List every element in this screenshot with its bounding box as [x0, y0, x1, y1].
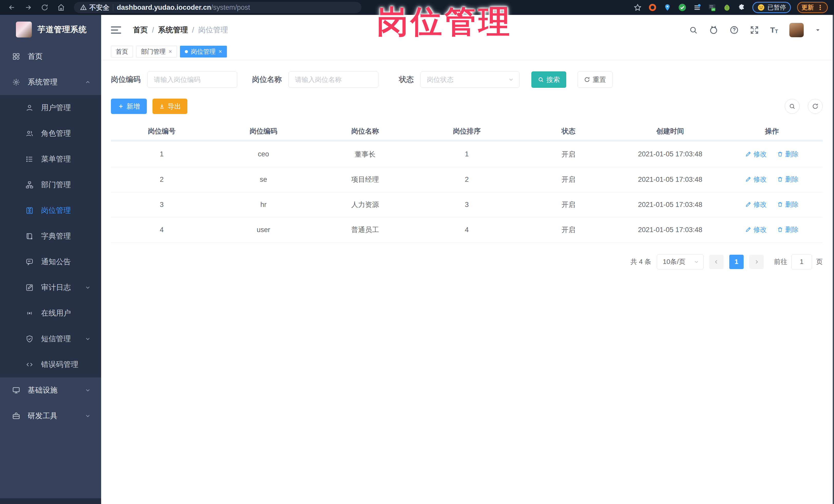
- sidebar-item-12[interactable]: 错误码管理: [0, 352, 101, 377]
- url-text: dashboard.yudao.iocoder.cn/system/post: [117, 4, 250, 12]
- hamburger-icon[interactable]: [111, 26, 121, 34]
- edit-link[interactable]: 修改: [745, 175, 767, 184]
- search-button[interactable]: 搜索: [531, 71, 566, 88]
- sidebar-item-9[interactable]: 审计日志: [0, 275, 101, 300]
- sidebar-item-11[interactable]: 短信管理: [0, 326, 101, 352]
- add-button[interactable]: 新增: [111, 98, 147, 114]
- menu-dots-icon[interactable]: ⋮: [817, 4, 824, 12]
- delete-link[interactable]: 删除: [777, 200, 798, 209]
- status-select-placeholder: 岗位状态: [427, 75, 454, 84]
- prev-page-button[interactable]: [709, 255, 724, 269]
- sidebar-item-4[interactable]: 菜单管理: [0, 146, 101, 172]
- back-icon[interactable]: [5, 2, 19, 13]
- github-icon[interactable]: [709, 25, 718, 35]
- edit-link-label: 修改: [753, 150, 767, 159]
- search-icon[interactable]: [689, 26, 698, 35]
- sidebar-item-14[interactable]: 研发工具: [0, 403, 101, 429]
- sidebar-item-5[interactable]: 部门管理: [0, 172, 101, 198]
- breadcrumb-home[interactable]: 首页: [133, 25, 148, 35]
- close-icon[interactable]: ×: [219, 49, 222, 54]
- delete-link[interactable]: 删除: [777, 225, 798, 234]
- sidebar-footer-strip: [0, 498, 101, 504]
- app-logo-row[interactable]: 芋道管理系统: [0, 15, 101, 44]
- reload-icon[interactable]: [38, 2, 52, 13]
- extension-blue-pin-icon[interactable]: [663, 3, 672, 12]
- next-page-button[interactable]: [749, 255, 764, 269]
- page-size-select[interactable]: 10条/页: [657, 255, 704, 269]
- column-header: 岗位编码: [213, 123, 314, 140]
- chevron-right-icon: [753, 259, 760, 265]
- extension-cm-badge-icon[interactable]: cm: [708, 3, 717, 12]
- delete-link-label: 删除: [785, 225, 798, 234]
- tab-0[interactable]: 首页: [111, 46, 133, 58]
- current-page-button[interactable]: 1: [729, 255, 744, 269]
- chat-icon: [25, 258, 35, 266]
- cell-code: user: [213, 217, 314, 242]
- table-toolbar: 新增 导出: [111, 98, 823, 114]
- breadcrumb-system[interactable]: 系统管理: [158, 25, 188, 35]
- reset-button[interactable]: 重置: [577, 71, 613, 88]
- post-code-input[interactable]: [147, 71, 237, 88]
- status-select[interactable]: 岗位状态: [420, 71, 520, 88]
- sidebar-item-1[interactable]: 系统管理: [0, 69, 101, 95]
- cell-code: ceo: [213, 142, 314, 167]
- app-logo-avatar: [16, 22, 32, 38]
- help-icon[interactable]: [729, 25, 739, 35]
- cell-created: 2021-01-05 17:03:48: [619, 192, 721, 217]
- table-header-row: 岗位编号岗位编码岗位名称岗位排序状态创建时间操作: [111, 123, 823, 140]
- font-size-icon[interactable]: TT: [770, 26, 778, 34]
- table-row: 1ceo董事长1开启2021-01-05 17:03:48修改删除: [111, 142, 823, 167]
- post-name-input[interactable]: [288, 71, 378, 88]
- tab-1[interactable]: 部门管理×: [136, 46, 177, 58]
- edit-link-label: 修改: [753, 200, 767, 209]
- extension-orange-ring-icon[interactable]: [648, 3, 657, 12]
- extension-sliders-icon[interactable]: [693, 3, 702, 12]
- cell-sort: 3: [416, 192, 518, 217]
- role-icon: [25, 129, 35, 138]
- not-secure-warning[interactable]: 不安全: [80, 3, 109, 12]
- app-title: 芋道管理系统: [38, 24, 87, 35]
- sidebar-item-active-6[interactable]: 岗位管理: [0, 198, 101, 223]
- table-row: 2se项目经理2开启2021-01-05 17:03:48修改删除: [111, 167, 823, 192]
- delete-link[interactable]: 删除: [777, 175, 798, 184]
- toggle-search-button[interactable]: [785, 99, 799, 114]
- tags-view-bar: 首页部门管理×岗位管理×: [101, 45, 834, 60]
- close-icon[interactable]: ×: [169, 49, 172, 54]
- tab-2-active[interactable]: 岗位管理×: [180, 46, 227, 58]
- extensions-puzzle-icon[interactable]: [738, 3, 746, 12]
- browser-update-button[interactable]: 更新 ⋮: [797, 2, 828, 13]
- edit-link[interactable]: 修改: [745, 150, 767, 159]
- tab-label: 部门管理: [141, 47, 166, 56]
- extension-paused-badge[interactable]: 已暂停: [752, 2, 791, 13]
- fullscreen-icon[interactable]: [750, 26, 759, 35]
- sidebar-item-3[interactable]: 角色管理: [0, 121, 101, 146]
- delete-link[interactable]: 删除: [777, 150, 798, 159]
- emoji-face-icon: [757, 4, 765, 11]
- extension-green-check-icon[interactable]: [678, 3, 687, 12]
- sidebar-item-label: 错误码管理: [41, 359, 91, 370]
- export-button[interactable]: 导出: [152, 98, 188, 114]
- bookmark-star-icon[interactable]: [633, 3, 642, 12]
- cell-id: 2: [111, 167, 213, 192]
- forward-icon[interactable]: [21, 2, 36, 13]
- sidebar-item-13[interactable]: 基础设施: [0, 377, 101, 403]
- sidebar-item-7[interactable]: 字典管理: [0, 223, 101, 249]
- user-avatar[interactable]: [789, 23, 804, 37]
- edit-icon: [745, 226, 751, 233]
- edit-link[interactable]: 修改: [745, 225, 767, 234]
- security-label: 不安全: [89, 3, 109, 12]
- refresh-table-button[interactable]: [808, 99, 823, 114]
- sidebar-item-0[interactable]: 首页: [0, 44, 101, 69]
- edit-link[interactable]: 修改: [745, 200, 767, 209]
- goto-page-input[interactable]: [791, 255, 812, 269]
- address-bar[interactable]: 不安全 dashboard.yudao.iocoder.cn/system/po…: [74, 2, 361, 13]
- status-label: 状态: [399, 74, 414, 85]
- sidebar-item-8[interactable]: 通知公告: [0, 249, 101, 275]
- chevron-down-icon[interactable]: [815, 27, 821, 33]
- home-icon[interactable]: [54, 2, 68, 13]
- sidebar-item-label: 首页: [28, 51, 91, 62]
- sidebar-item-10[interactable]: 在线用户: [0, 300, 101, 326]
- extension-leaf-icon[interactable]: [723, 3, 731, 12]
- sidebar-item-2[interactable]: 用户管理: [0, 95, 101, 121]
- cell-id: 4: [111, 217, 213, 242]
